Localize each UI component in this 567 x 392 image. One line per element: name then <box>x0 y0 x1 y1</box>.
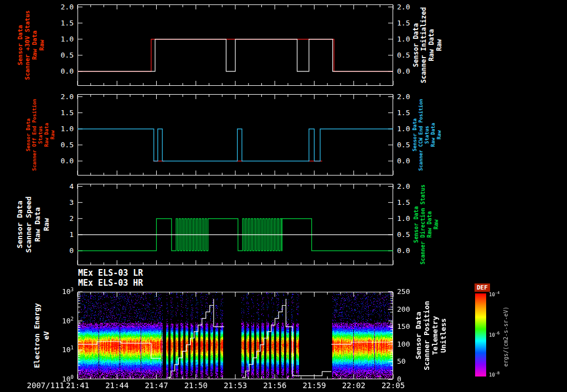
svg-text:1.0: 1.0 <box>397 35 410 43</box>
time-axis-labels: 2007/111 21:4121:4421:4721:5021:5321:562… <box>0 381 567 391</box>
svg-text:0.5: 0.5 <box>61 51 74 59</box>
spectrogram-axes: 100101102103050100150200250 <box>78 292 393 379</box>
axis-label-line: Raw <box>436 94 442 176</box>
svg-text:3: 3 <box>69 198 74 207</box>
axis-label-line: ergs/(cm2-s-sr-eV) <box>503 295 509 378</box>
colorbar-tick-labels: 10-410-610-8 <box>488 293 504 376</box>
svg-text:1: 1 <box>69 230 74 239</box>
panel3-scanner-speed-plot: 012340.00.51.01.52.0 <box>78 184 393 265</box>
panel2-end-position-plot: 0.00.51.01.52.00.00.51.01.52.0 <box>78 94 393 176</box>
axis-label-line: Scanner Initialized <box>420 4 427 86</box>
svg-text:0.5: 0.5 <box>61 141 74 149</box>
svg-text:200: 200 <box>397 305 410 313</box>
axis-label-line: eV <box>42 292 51 379</box>
colorbar-units-label: ergs/(cm2-s-sr-eV) <box>503 295 509 378</box>
svg-text:103: 103 <box>62 287 74 296</box>
axis-label-line: Scanner Off End Position Status <box>32 94 44 176</box>
time-tick-label: 21:56 <box>263 381 286 390</box>
svg-text:0.5: 0.5 <box>397 230 410 239</box>
svg-text:1.0: 1.0 <box>61 125 74 133</box>
colorbar-tick-label: 10-6 <box>489 331 499 338</box>
panel2-left-axis-label: Sensor DataScanner Off End Position Stat… <box>25 94 56 176</box>
svg-text:1.5: 1.5 <box>61 109 74 117</box>
time-tick-label: 21:59 <box>302 381 326 390</box>
svg-text:4: 4 <box>69 182 74 190</box>
svg-text:1.0: 1.0 <box>61 35 74 43</box>
svg-text:1.0: 1.0 <box>397 125 410 133</box>
axis-label-line: Telemetry <box>431 292 439 379</box>
time-tick-label: 21:50 <box>184 381 208 390</box>
axis-label-line: Raw <box>42 184 51 265</box>
panel2-right-axis-label: Sensor DataScanner CCW End Position Stat… <box>412 94 442 176</box>
colorbar <box>475 293 486 376</box>
svg-text:0: 0 <box>69 246 74 255</box>
axis-label-line: Sensor Data <box>17 4 24 86</box>
svg-text:2.0: 2.0 <box>397 3 410 11</box>
axis-label-line: Raw Data <box>427 4 435 86</box>
axis-label-line: Sensor Data <box>413 184 420 265</box>
time-tick-label: 22:05 <box>382 381 405 390</box>
svg-text:2.0: 2.0 <box>61 92 74 101</box>
svg-text:0.0: 0.0 <box>61 157 74 165</box>
svg-text:0.0: 0.0 <box>397 157 410 165</box>
axis-label-line: Scanner +30V Status <box>24 4 31 86</box>
svg-text:0.5: 0.5 <box>397 51 410 59</box>
svg-text:150: 150 <box>397 322 410 331</box>
axis-label-line: Electron Energy <box>32 292 42 379</box>
axis-label-line: Scanner Position <box>422 292 431 379</box>
svg-text:0.0: 0.0 <box>397 246 410 255</box>
els-telemetry-figure: Sensor DataScanner +30V StatusRaw DataRa… <box>0 0 567 392</box>
svg-text:2.0: 2.0 <box>397 182 410 190</box>
svg-text:1.5: 1.5 <box>397 198 410 207</box>
time-tick-label: 21:44 <box>105 381 128 390</box>
svg-text:100: 100 <box>397 340 410 348</box>
axis-label-line: Raw Data <box>31 4 38 86</box>
date-label: 2007/111 <box>0 381 64 390</box>
svg-text:0.0: 0.0 <box>397 67 410 75</box>
panel1-scanner-30v-plot: 0.00.51.01.52.00.00.51.01.52.0 <box>78 4 393 86</box>
svg-text:0.5: 0.5 <box>397 141 410 149</box>
axis-label-line: Raw Data <box>33 184 42 265</box>
svg-text:2.0: 2.0 <box>397 92 410 101</box>
svg-text:2: 2 <box>69 214 74 223</box>
axis-label-line: Raw <box>435 4 443 86</box>
spectrogram-left-axis-label: Electron EnergyeV <box>32 292 51 379</box>
panel1-left-axis-label: Sensor DataScanner +30V StatusRaw DataRa… <box>17 4 45 86</box>
svg-text:50: 50 <box>397 357 406 365</box>
axis-label-line: Scanner Direction Status <box>420 184 426 265</box>
svg-text:250: 250 <box>397 287 410 296</box>
axis-label-line: Scanner CCW End Position Status <box>418 94 430 176</box>
colorbar-tick-label: 10-4 <box>489 291 499 297</box>
spectrogram-title-lr: MEx ELS-03 LR <box>78 268 143 278</box>
axis-label-line: Scanner Speed <box>24 184 33 265</box>
axis-label-line: Sensor Data <box>412 4 420 86</box>
svg-text:2.0: 2.0 <box>61 3 74 11</box>
time-tick-label: 21:41 <box>66 381 89 390</box>
svg-text:1.0: 1.0 <box>397 214 410 223</box>
axis-label-line: Raw Data <box>430 94 436 176</box>
colorbar-tick-label: 10-8 <box>489 371 499 378</box>
axis-label-line: Sensor Data <box>16 184 24 265</box>
svg-text:101: 101 <box>62 345 74 354</box>
axis-label-line: Raw Data <box>426 184 433 265</box>
svg-text:0.0: 0.0 <box>61 67 74 75</box>
spectrogram-right-axis-label: Sensor DataScanner PositionTelemetryUnit… <box>414 292 447 379</box>
axis-label-line: Sensor Data <box>412 94 418 176</box>
axis-label-line: Raw <box>50 94 56 176</box>
spectrogram-title-hr: MEx ELS-03 HR <box>78 278 143 288</box>
colorbar-title: DEF <box>475 283 490 292</box>
panel3-left-axis-label: Sensor DataScanner SpeedRaw DataRaw <box>16 184 51 265</box>
panel3-right-axis-label: Sensor DataScanner Direction StatusRaw D… <box>413 184 440 265</box>
axis-label-line: Raw <box>433 184 440 265</box>
svg-text:1.5: 1.5 <box>397 19 410 27</box>
time-tick-label: 21:53 <box>224 381 247 390</box>
svg-text:1.5: 1.5 <box>397 109 410 117</box>
axis-label-line: Sensor Data <box>25 94 32 176</box>
axis-label-line: Raw Data <box>44 94 50 176</box>
svg-text:1.5: 1.5 <box>61 19 74 27</box>
axis-label-line: Raw <box>38 4 45 86</box>
panel1-right-axis-label: Sensor DataScanner InitializedRaw DataRa… <box>412 4 443 86</box>
svg-text:102: 102 <box>62 316 74 325</box>
axis-label-line: Sensor Data <box>414 292 422 379</box>
time-tick-label: 22:02 <box>342 381 365 390</box>
